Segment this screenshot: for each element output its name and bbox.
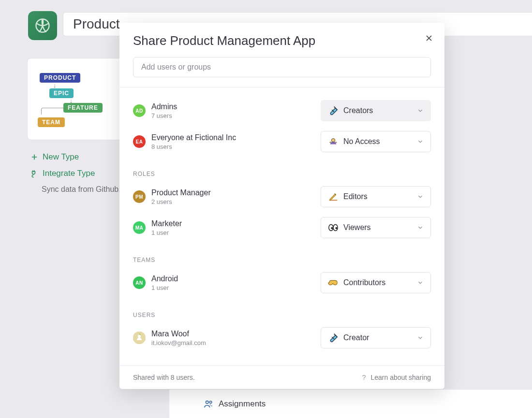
assignments-label: Assignments (219, 399, 266, 409)
avatar (133, 332, 146, 344)
row-sub: 1 user (151, 284, 321, 291)
tag-epic: EPIC (49, 88, 74, 98)
plug-icon (30, 169, 39, 178)
share-row-everyone: EA Everyone at Fictional Inc 8 users No … (133, 128, 431, 159)
plus-icon (30, 153, 39, 161)
test-tube-icon (328, 105, 339, 116)
permission-select[interactable]: No Access (321, 131, 431, 152)
svg-point-1 (206, 401, 209, 404)
chevron-down-icon (417, 224, 424, 231)
row-name: Mara Woof (151, 330, 321, 338)
row-name: Everyone at Fictional Inc (151, 133, 321, 142)
share-modal: Share Product Management App AD Admins 7… (119, 23, 444, 389)
perm-label: No Access (343, 137, 412, 146)
app-title-text: Product (73, 16, 120, 32)
tag-team: TEAM (38, 117, 65, 127)
chevron-down-icon (417, 279, 424, 286)
close-icon (424, 33, 434, 43)
row-sub: 1 user (151, 229, 321, 236)
integrate-type-label: Integrate Type (43, 169, 95, 178)
svg-point-7 (331, 227, 333, 229)
svg-rect-4 (329, 200, 338, 201)
svg-point-8 (335, 227, 337, 229)
permission-select[interactable]: Creator (321, 327, 431, 348)
modal-footer: Shared with 8 users. ? Learn about shari… (119, 365, 444, 389)
perm-label: Creator (343, 333, 412, 342)
permission-select[interactable]: Contributors (321, 272, 431, 293)
close-button[interactable] (424, 33, 434, 45)
chevron-down-icon (417, 107, 424, 114)
row-name: Marketer (151, 219, 321, 228)
perm-label: Creators (343, 106, 412, 115)
row-name: Product Manager (151, 188, 321, 197)
section-teams: TEAMS (133, 257, 431, 263)
new-type-label: New Type (43, 152, 79, 162)
perm-label: Editors (343, 192, 412, 201)
pencil-icon (328, 191, 339, 202)
avatar: MA (133, 221, 146, 234)
row-name: Admins (151, 102, 321, 111)
add-users-input[interactable] (133, 57, 431, 77)
svg-point-10 (138, 335, 141, 338)
row-sub: 8 users (151, 143, 321, 150)
eyes-icon (328, 222, 339, 233)
chevron-down-icon (417, 193, 424, 200)
app-logo (28, 11, 57, 40)
shared-with-text: Shared with 8 users. (133, 374, 195, 381)
chevron-down-icon (417, 334, 424, 341)
share-row-android: AN Android 1 user Contributors (133, 269, 431, 300)
permission-select[interactable]: Editors (321, 186, 431, 207)
handshake-icon (328, 277, 339, 288)
avatar: AD (133, 104, 146, 117)
share-list[interactable]: AD Admins 7 users Creators EA Everyone a… (119, 87, 444, 365)
row-sub: it.iokov@gmail.com (151, 339, 321, 346)
learn-about-sharing-link[interactable]: ? Learn about sharing (362, 374, 431, 381)
perm-label: Contributors (343, 278, 412, 287)
avatar: EA (133, 135, 146, 148)
learn-label: Learn about sharing (370, 374, 431, 381)
tag-feature: FEATURE (63, 103, 103, 113)
test-tube-icon (328, 332, 339, 343)
perm-label: Viewers (343, 223, 412, 232)
share-row-marketer: MA Marketer 1 user Viewers (133, 214, 431, 245)
section-users: USERS (133, 312, 431, 318)
users-icon (203, 399, 214, 409)
shrug-icon (328, 136, 339, 147)
chevron-down-icon (417, 138, 424, 145)
tag-product: PRODUCT (40, 73, 80, 83)
svg-point-3 (331, 139, 335, 142)
section-roles: ROLES (133, 171, 431, 177)
avatar: AN (133, 276, 146, 289)
avatar: PM (133, 190, 146, 203)
help-icon: ? (362, 374, 366, 381)
row-sub: 7 users (151, 112, 321, 119)
permission-select[interactable]: Creators (321, 100, 431, 121)
row-sub: 2 users (151, 198, 321, 205)
row-name: Android (151, 274, 321, 283)
permission-select[interactable]: Viewers (321, 217, 431, 238)
bottom-tab-assignments[interactable]: Assignments (169, 389, 532, 418)
svg-point-2 (209, 401, 212, 404)
share-row-mara: Mara Woof it.iokov@gmail.com Creator (133, 324, 431, 355)
share-row-admins: AD Admins 7 users Creators (133, 97, 431, 128)
modal-title: Share Product Management App (133, 33, 431, 48)
share-row-product-manager: PM Product Manager 2 users Editors (133, 183, 431, 214)
